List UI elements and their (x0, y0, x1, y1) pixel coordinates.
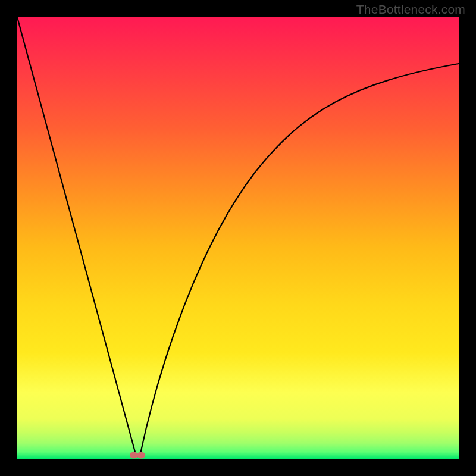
gradient-background (17, 17, 459, 459)
chart-frame: TheBottleneck.com (0, 0, 476, 476)
svg-point-0 (130, 452, 138, 459)
watermark-text: TheBottleneck.com (356, 2, 465, 17)
svg-point-1 (137, 452, 145, 459)
plot-area (17, 17, 459, 459)
